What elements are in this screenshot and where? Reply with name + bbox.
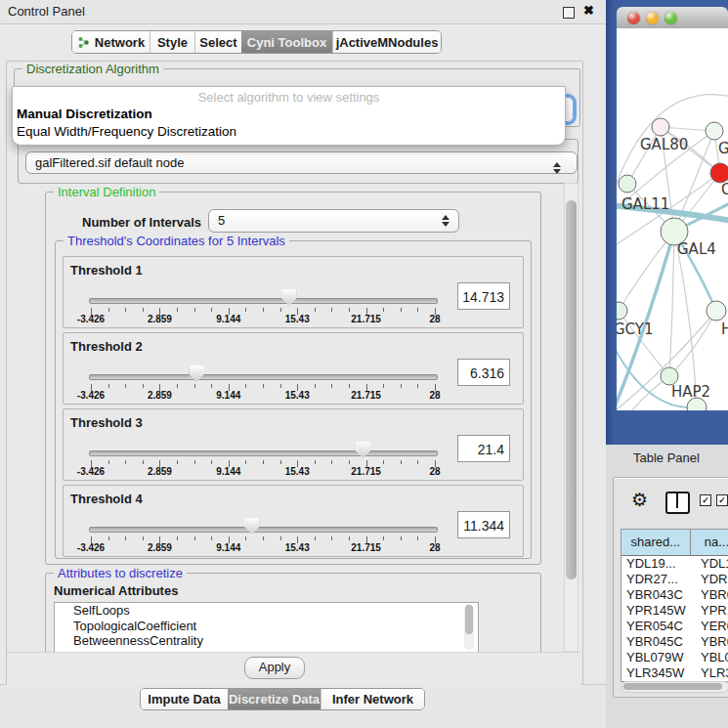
node-GCY1[interactable] xyxy=(617,302,627,320)
node-H[interactable] xyxy=(707,301,726,321)
panel-title: Control Panel xyxy=(8,4,85,19)
node-GA[interactable] xyxy=(706,122,723,140)
number-of-intervals-combo[interactable]: 5 xyxy=(208,209,459,233)
tick-mark xyxy=(143,384,144,388)
tab-select[interactable]: Select xyxy=(194,31,241,53)
cell-shared-name: YLR345W xyxy=(621,665,691,681)
column-header-name[interactable]: na... xyxy=(691,530,728,555)
close-icon[interactable]: ✖ xyxy=(583,3,594,18)
tick-mark xyxy=(211,308,212,312)
tick-mark xyxy=(194,460,195,464)
tick-mark xyxy=(245,536,246,540)
screen: Control Panel ✖ NetworkStyleSelectCyni T… xyxy=(0,0,728,728)
tab-label: Discretize Data xyxy=(229,692,320,707)
threshold-label: Threshold 4 xyxy=(70,492,143,506)
zoom-traffic-light[interactable] xyxy=(664,12,677,24)
columns-icon[interactable] xyxy=(665,492,690,514)
tick-mark xyxy=(280,308,281,312)
table-row[interactable]: YBL079WYBL0 xyxy=(621,650,728,665)
threshold-value-field[interactable]: 21.4 xyxy=(457,435,510,462)
network-graph[interactable]: GAL80GACGAL11GAL4GCY1HHAP2 xyxy=(617,28,728,410)
table-horizontal-scrollbar-thumb[interactable] xyxy=(623,683,722,690)
tick-mark xyxy=(143,460,144,464)
cell-shared-name: YPR145W xyxy=(621,603,691,619)
threshold-value-field[interactable]: 11.344 xyxy=(457,511,510,538)
tick-mark xyxy=(211,384,212,388)
tick-mark xyxy=(125,460,126,464)
table-row[interactable]: YLR345WYLR3 xyxy=(621,665,728,681)
tick-mark xyxy=(401,308,402,312)
slider-track[interactable] xyxy=(89,450,438,456)
tick-mark xyxy=(315,460,316,464)
tab-cyni-toolbox[interactable]: Cyni Toolbox xyxy=(241,31,332,53)
table-row[interactable]: YPR145WYPR1 xyxy=(621,603,728,619)
tab-infer-network[interactable]: Infer Network xyxy=(321,689,424,709)
list-item[interactable]: TopologicalCoefficient xyxy=(55,619,478,634)
table-data-combo[interactable]: galFiltered.sif default node xyxy=(25,151,578,174)
axis-label: 9.144 xyxy=(205,314,252,324)
tick-mark xyxy=(315,384,316,388)
axis-label: 21.715 xyxy=(343,314,390,324)
axis-label: -3.426 xyxy=(67,542,114,553)
column-header-shared-name[interactable]: shared... xyxy=(621,530,691,555)
axis-label: 2.859 xyxy=(136,390,183,401)
threshold-value-field[interactable]: 14.713 xyxy=(457,282,510,310)
tick-mark xyxy=(349,384,350,388)
list-item[interactable]: SelfLoops xyxy=(55,603,478,619)
numerical-attributes-list[interactable]: SelfLoopsTopologicalCoefficientBetweenne… xyxy=(54,602,479,654)
close-traffic-light[interactable] xyxy=(627,12,640,24)
tick-mark xyxy=(331,384,332,388)
node-GAL11[interactable] xyxy=(619,175,636,193)
popup-option-equal-width[interactable]: Equal Width/Frequency Discretization xyxy=(17,124,236,139)
table-row[interactable]: YER054CYER0 xyxy=(621,619,728,634)
tab-network[interactable]: Network xyxy=(72,31,150,53)
table-row[interactable]: YBR043CYBR0 xyxy=(621,587,728,603)
network-view-canvas[interactable]: GAL80GACGAL11GAL4GCY1HHAP2 xyxy=(617,28,728,410)
minimize-traffic-light[interactable] xyxy=(646,12,659,24)
float-window-icon[interactable] xyxy=(563,7,575,19)
tick-mark xyxy=(177,308,178,312)
bottom-tab-bar: Impute DataDiscretize DataInfer Network xyxy=(140,688,425,710)
interval-definition-label: Interval Definition xyxy=(54,185,159,199)
tick-mark xyxy=(263,536,264,540)
tick-mark xyxy=(401,536,402,540)
cell-name: YPR1 xyxy=(691,603,728,619)
attributes-scrollbar-thumb[interactable] xyxy=(465,605,473,634)
slider-track[interactable] xyxy=(89,298,438,304)
tick-mark xyxy=(263,460,264,464)
list-item[interactable]: BetweennessCentrality xyxy=(55,633,478,649)
tab-label: Infer Network xyxy=(332,692,413,707)
tab-impute-data[interactable]: Impute Data xyxy=(141,689,228,709)
axis-label: 2.859 xyxy=(136,466,183,477)
popup-placeholder-item[interactable]: Select algorithm to view settings xyxy=(13,90,565,105)
apply-button[interactable]: Apply xyxy=(244,657,305,679)
panel-scrollbar-thumb[interactable] xyxy=(566,200,577,579)
node-label: GA xyxy=(718,140,728,157)
checkbox-icon[interactable]: ✓ xyxy=(716,494,728,506)
slider-track[interactable] xyxy=(89,374,438,380)
tick-mark xyxy=(417,460,418,464)
tab-style[interactable]: Style xyxy=(150,31,194,53)
tick-mark xyxy=(245,308,246,312)
node-GAL80[interactable] xyxy=(652,118,669,136)
threshold-label: Threshold 1 xyxy=(70,263,143,278)
checkbox-icon[interactable]: ✓ xyxy=(700,494,711,506)
discretization-algorithm-label: Discretization Algorithm xyxy=(22,62,163,76)
node-C[interactable] xyxy=(710,163,728,183)
table-row[interactable]: YDL19...YDL1 xyxy=(621,556,728,572)
node-label: GAL4 xyxy=(677,240,716,258)
tab-jactivemnodules[interactable]: jActiveMNodules xyxy=(332,31,441,53)
threshold-value-field[interactable]: 6.316 xyxy=(457,359,510,386)
table-row[interactable]: YDR27...YDR2 xyxy=(621,572,728,587)
tick-mark xyxy=(383,460,384,464)
slider-track[interactable] xyxy=(89,527,438,533)
gear-icon[interactable]: ⚙ xyxy=(631,489,648,511)
node-table[interactable]: shared... na... YDL19...YDL1YDR27...YDR2… xyxy=(621,529,728,682)
popup-option-manual[interactable]: Manual Discretization xyxy=(17,107,152,121)
table-panel-title: Table Panel xyxy=(633,450,700,465)
tab-discretize-data[interactable]: Discretize Data xyxy=(228,689,321,709)
tick-mark xyxy=(125,536,126,540)
node-label: GAL11 xyxy=(621,195,669,213)
table-row[interactable]: YBR045CYBR0 xyxy=(621,634,728,650)
cell-shared-name: YBR045C xyxy=(621,634,691,650)
